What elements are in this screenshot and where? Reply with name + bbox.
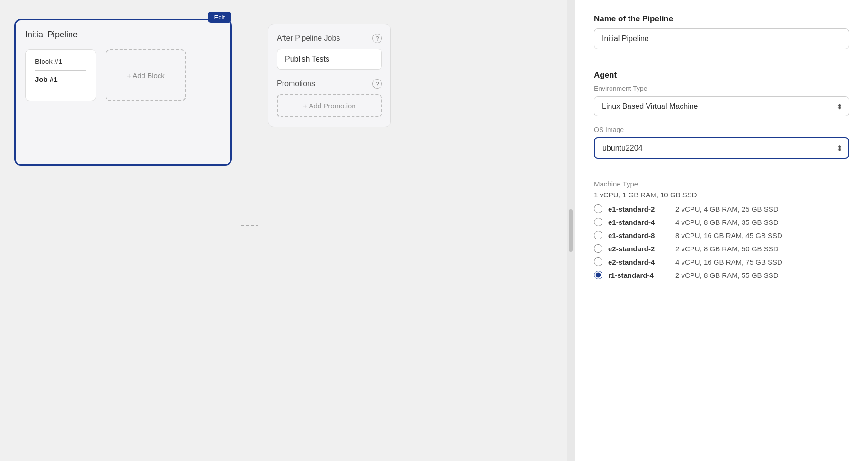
radio-desc-e1-standard-4: 4 vCPU, 8 GB RAM, 35 GB SSD xyxy=(675,218,779,226)
radio-e1-standard-8[interactable] xyxy=(594,231,602,239)
pipeline-name-label: Name of the Pipeline xyxy=(594,14,849,24)
os-image-select[interactable]: ubuntu2204 xyxy=(594,137,849,159)
radio-e1-standard-4[interactable] xyxy=(594,218,602,226)
after-pipeline-help-icon[interactable]: ? xyxy=(372,34,382,43)
scrollbar-thumb[interactable] xyxy=(569,209,573,252)
radio-label-e1-standard-2: e1-standard-2 xyxy=(608,205,670,213)
right-panel: Name of the Pipeline Agent Environment T… xyxy=(575,0,868,461)
os-image-select-wrapper: ubuntu2204 ⬍ xyxy=(594,137,849,159)
after-pipeline-panel: After Pipeline Jobs ? Publish Tests Prom… xyxy=(268,24,391,127)
block-title: Block #1 xyxy=(35,57,86,65)
scrollbar-track xyxy=(567,0,575,461)
block-card-1[interactable]: Block #1 Job #1 xyxy=(25,49,96,101)
radio-desc-e1-standard-2: 2 vCPU, 4 GB RAM, 25 GB SSD xyxy=(675,205,779,213)
after-pipeline-title: After Pipeline Jobs xyxy=(277,34,340,43)
after-pipeline-header: After Pipeline Jobs ? xyxy=(277,34,382,43)
block-divider xyxy=(35,70,86,71)
radio-desc-e2-standard-2: 2 vCPU, 8 GB RAM, 50 GB SSD xyxy=(675,245,779,253)
add-block-button[interactable]: + Add Block xyxy=(106,49,186,101)
pipeline-box: Edit Initial Pipeline Block #1 Job #1 + … xyxy=(14,19,232,166)
radio-row: r1-standard-42 vCPU, 8 GB RAM, 55 GB SSD xyxy=(594,271,849,279)
promotions-section: Promotions ? + Add Promotion xyxy=(277,79,382,117)
radio-desc-r1-standard-4: 2 vCPU, 8 GB RAM, 55 GB SSD xyxy=(675,271,779,279)
radio-r1-standard-4[interactable] xyxy=(594,271,602,279)
env-type-select[interactable]: Linux Based Virtual Machine xyxy=(594,96,849,116)
radio-e1-standard-2[interactable] xyxy=(594,204,602,213)
machine-type-radio-group: e1-standard-22 vCPU, 4 GB RAM, 25 GB SSD… xyxy=(594,204,849,279)
radio-desc-e1-standard-8: 8 vCPU, 16 GB RAM, 45 GB SSD xyxy=(675,231,782,239)
divider-2 xyxy=(594,170,849,170)
agent-label: Agent xyxy=(594,71,849,80)
machine-type-label: Machine Type xyxy=(594,180,849,188)
radio-label-e1-standard-8: e1-standard-8 xyxy=(608,231,670,239)
env-type-label: Environment Type xyxy=(594,85,849,92)
publish-tests-card[interactable]: Publish Tests xyxy=(277,49,382,70)
radio-row: e1-standard-88 vCPU, 16 GB RAM, 45 GB SS… xyxy=(594,231,849,239)
os-image-group: OS Image ubuntu2204 ⬍ xyxy=(594,126,849,159)
radio-row: e2-standard-44 vCPU, 16 GB RAM, 75 GB SS… xyxy=(594,257,849,266)
connector-line xyxy=(241,225,258,226)
radio-e2-standard-4[interactable] xyxy=(594,257,602,266)
pipeline-label: Initial Pipeline xyxy=(25,30,221,40)
radio-label-e2-standard-4: e2-standard-4 xyxy=(608,258,670,266)
machine-type-section: Machine Type 1 vCPU, 1 GB RAM, 10 GB SSD… xyxy=(594,180,849,279)
pipeline-name-input[interactable] xyxy=(594,28,849,49)
radio-row: e1-standard-22 vCPU, 4 GB RAM, 25 GB SSD xyxy=(594,204,849,213)
radio-row: e2-standard-22 vCPU, 8 GB RAM, 50 GB SSD xyxy=(594,244,849,253)
os-image-label: OS Image xyxy=(594,126,849,133)
radio-label-r1-standard-4: r1-standard-4 xyxy=(608,271,670,279)
left-panel: Edit Initial Pipeline Block #1 Job #1 + … xyxy=(0,0,575,461)
promotions-header: Promotions ? xyxy=(277,79,382,89)
agent-section: Agent Environment Type Linux Based Virtu… xyxy=(594,71,849,159)
radio-label-e2-standard-2: e2-standard-2 xyxy=(608,245,670,253)
connector-container xyxy=(241,225,258,226)
env-type-group: Environment Type Linux Based Virtual Mac… xyxy=(594,85,849,116)
block-job: Job #1 xyxy=(35,75,86,83)
divider-1 xyxy=(594,61,849,61)
edit-badge[interactable]: Edit xyxy=(208,12,231,23)
pipeline-name-section: Name of the Pipeline xyxy=(594,14,849,49)
radio-label-e1-standard-4: e1-standard-4 xyxy=(608,218,670,226)
blocks-row: Block #1 Job #1 + Add Block xyxy=(25,49,221,101)
promotions-title: Promotions xyxy=(277,80,315,88)
radio-row: e1-standard-44 vCPU, 8 GB RAM, 35 GB SSD xyxy=(594,218,849,226)
radio-desc-e2-standard-4: 4 vCPU, 16 GB RAM, 75 GB SSD xyxy=(675,258,782,266)
env-type-select-wrapper: Linux Based Virtual Machine ⬍ xyxy=(594,96,849,116)
promotions-help-icon[interactable]: ? xyxy=(372,79,382,89)
add-promotion-button[interactable]: + Add Promotion xyxy=(277,94,382,117)
machine-type-default: 1 vCPU, 1 GB RAM, 10 GB SSD xyxy=(594,191,849,199)
radio-e2-standard-2[interactable] xyxy=(594,244,602,253)
